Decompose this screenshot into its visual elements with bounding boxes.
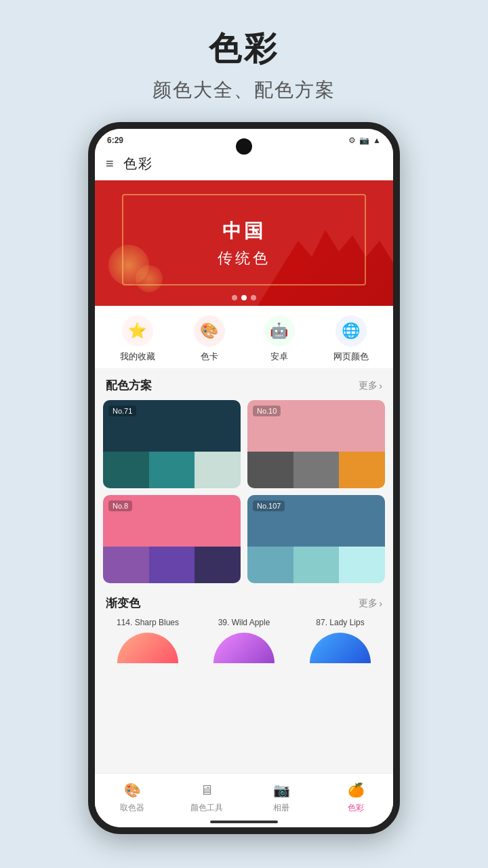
dot-3 [251, 295, 256, 300]
colorcard-label: 色卡 [201, 351, 218, 363]
tools-icon: 🖥 [197, 781, 216, 800]
menu-icon[interactable]: ≡ [106, 156, 114, 172]
bottom-nav: 🎨 取色器 🖥 颜色工具 📷 相册 🍊 色彩 [95, 773, 393, 827]
banner-subtitle: 传统色 [218, 248, 270, 269]
status-time: 6:29 [107, 136, 123, 145]
gradient-item-2[interactable]: 87. Lady Lips [296, 618, 385, 663]
gradient-circle-1 [214, 633, 274, 663]
favorites-label: 我的收藏 [120, 351, 155, 363]
page-subtitle: 颜色大全、配色方案 [152, 77, 336, 103]
color-icon: 🍊 [346, 781, 365, 800]
nav-item-android[interactable]: 🤖 安卓 [264, 315, 295, 363]
camera-notch [236, 138, 252, 155]
nav-item-favorites[interactable]: ⭐ 我的收藏 [120, 315, 155, 363]
palette-bottom-10 [247, 452, 385, 488]
color-label: 色彩 [348, 802, 364, 814]
dot-1 [232, 295, 237, 300]
camera-icon: 📷 [359, 136, 369, 145]
dot-2 [241, 295, 247, 300]
palette-label-10: No.10 [253, 406, 281, 416]
bottom-nav-color[interactable]: 🍊 色彩 [319, 781, 393, 814]
palette-card-71[interactable]: No.71 [103, 400, 241, 488]
phone-shell: 6:29 ⚙ 📷 ▲ ≡ 色彩 [88, 122, 400, 834]
colorcard-icon: 🎨 [194, 315, 225, 347]
palettes-grid: No.71 No.10 [103, 400, 385, 586]
nav-item-web[interactable]: 🌐 网页颜色 [333, 315, 369, 363]
quick-nav: ⭐ 我的收藏 🎨 色卡 🤖 安卓 🌐 网页颜色 [95, 306, 393, 368]
home-indicator [210, 821, 278, 823]
palette-card-8[interactable]: No.8 [103, 495, 241, 583]
gradient-item-0[interactable]: 114. Sharp Blues [103, 618, 192, 663]
web-label: 网页颜色 [333, 351, 369, 363]
settings-icon: ⚙ [348, 136, 356, 145]
gradient-section-title: 渐变色 [106, 595, 140, 611]
android-icon: 🤖 [264, 315, 295, 347]
gradient-name-1: 39. Wild Apple [218, 618, 270, 627]
gradient-name-2: 87. Lady Lips [316, 618, 364, 627]
banner-dots [232, 295, 256, 300]
tools-label: 颜色工具 [190, 802, 223, 814]
bottom-nav-album[interactable]: 📷 相册 [244, 781, 319, 814]
palette-section-header: 配色方案 更多 › [103, 368, 385, 400]
signal-icon: ▲ [373, 136, 381, 145]
palette-bottom-71 [103, 452, 241, 488]
gradient-name-0: 114. Sharp Blues [117, 618, 179, 627]
gradient-circle-0 [117, 633, 178, 663]
palette-bottom-107 [247, 547, 385, 583]
palette-label-107: No.107 [253, 500, 285, 511]
palette-bottom-8 [103, 547, 241, 583]
bottom-nav-tools[interactable]: 🖥 颜色工具 [169, 781, 244, 814]
picker-label: 取色器 [120, 802, 144, 814]
page-title-big: 色彩 [152, 27, 336, 71]
banner[interactable]: 中国 传统色 [95, 180, 393, 306]
app-bar-title: 色彩 [123, 155, 153, 173]
palette-card-107[interactable]: No.107 [247, 495, 385, 583]
gradients-row: 114. Sharp Blues 39. Wild Apple 87. Lady… [103, 618, 385, 673]
album-label: 相册 [273, 802, 289, 814]
palette-section-more[interactable]: 更多 › [359, 380, 382, 392]
palette-section: 配色方案 更多 › No.71 [95, 368, 393, 586]
banner-text: 中国 传统色 [218, 218, 270, 269]
page-header: 色彩 颜色大全、配色方案 [152, 0, 336, 110]
palette-label-71: No.71 [108, 406, 136, 416]
chevron-right-icon: › [379, 380, 382, 391]
nav-item-colorcard[interactable]: 🎨 色卡 [194, 315, 225, 363]
banner-title: 中国 [218, 218, 270, 244]
palette-section-title: 配色方案 [106, 378, 152, 393]
bottom-nav-picker[interactable]: 🎨 取色器 [95, 781, 169, 814]
gradient-circle-2 [310, 633, 371, 663]
phone-content[interactable]: 中国 传统色 ⭐ 我的收藏 🎨 色卡 [95, 180, 393, 811]
gradient-item-1[interactable]: 39. Wild Apple [199, 618, 289, 663]
album-icon: 📷 [272, 781, 291, 800]
picker-icon: 🎨 [123, 781, 142, 800]
gradient-section: 渐变色 更多 › 114. Sharp Blues 39. Wild Apple [95, 586, 393, 673]
gradient-section-header: 渐变色 更多 › [103, 586, 385, 618]
palette-label-8: No.8 [108, 500, 132, 511]
status-icons: ⚙ 📷 ▲ [348, 136, 381, 145]
web-icon: 🌐 [336, 315, 367, 347]
android-label: 安卓 [270, 351, 288, 363]
gradient-section-more[interactable]: 更多 › [359, 597, 382, 610]
palette-card-10[interactable]: No.10 [247, 400, 385, 488]
chevron-right-icon2: › [379, 598, 382, 609]
favorites-icon: ⭐ [122, 315, 153, 347]
